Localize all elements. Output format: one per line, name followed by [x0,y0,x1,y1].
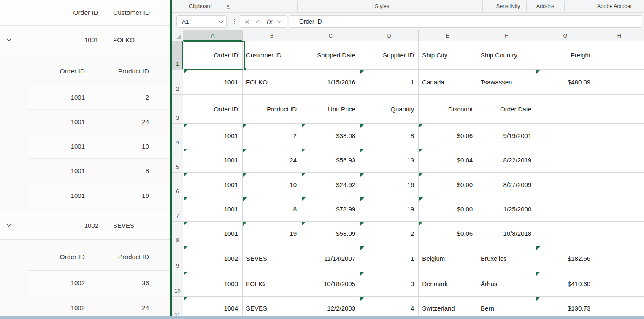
row-header-8[interactable]: 8 [172,222,183,246]
cell-G2[interactable]: $480.09 [536,70,595,94]
cell-B9[interactable]: SEVES [243,246,301,271]
cell-G11[interactable]: $130.73 [536,297,595,319]
select-all-corner[interactable] [172,30,183,41]
cell-A5[interactable]: 1001 [183,148,243,172]
cell-B7[interactable]: 8 [243,197,301,221]
cell-D2[interactable]: 1 [360,70,419,94]
cell-C2[interactable]: 1/15/2016 [301,70,360,94]
chevron-down-icon[interactable] [5,36,13,43]
child-header-order-id[interactable]: Order ID [29,57,85,85]
cell-H1[interactable] [595,41,644,69]
cell-H8[interactable] [595,222,644,246]
child-row[interactable]: 100119 [29,183,170,208]
cell-G5[interactable] [536,148,595,172]
cell-F10[interactable]: Århus [477,271,536,296]
cell-H10[interactable] [595,271,644,296]
row-header-2[interactable]: 2 [172,70,183,94]
cell-B4[interactable]: 2 [243,124,301,148]
chevron-down-icon[interactable] [219,18,223,23]
cell-B5[interactable]: 24 [243,148,301,172]
cell-E6[interactable]: $0.00 [419,173,477,197]
child-row[interactable]: 10018 [29,159,170,183]
cell-D10[interactable]: 3 [360,271,419,296]
row-header-6[interactable]: 6 [172,173,183,197]
cell-B10[interactable]: FOLIG [243,271,301,296]
cell-C1[interactable]: Shipped Date [301,41,360,69]
cell-B3[interactable]: Product ID [243,95,301,123]
cell-B11[interactable]: SEVES [243,297,301,319]
cell-F7[interactable]: 1/25/2000 [477,197,536,221]
cell-A6[interactable]: 1001 [183,173,243,197]
formula-bar-options-icon[interactable]: ⋮ [232,15,238,28]
cell-G1[interactable]: Freight [536,41,595,69]
cell-G9[interactable]: $182.56 [536,246,595,271]
cell-E11[interactable]: Switzerland [419,297,477,319]
cell-B1[interactable]: Customer ID [243,41,301,69]
child-row[interactable]: 10012 [29,85,170,110]
cell-E3[interactable]: Discount [419,95,477,123]
cell-C8[interactable]: $58.09 [301,222,360,246]
cell-C5[interactable]: $56.93 [301,148,360,172]
cell-A11[interactable]: 1004 [183,297,243,319]
cell-A3[interactable]: Order ID [183,95,243,123]
row-header-11[interactable]: 11 [172,297,183,319]
cell-F9[interactable]: Bruxelles [477,246,536,271]
cell-G4[interactable] [536,124,595,148]
column-header-D[interactable]: D [360,30,419,41]
cell-D4[interactable]: 8 [360,124,419,148]
cell-D6[interactable]: 16 [360,173,419,197]
cell-A1[interactable]: Order ID [183,41,243,69]
cell-D8[interactable]: 2 [360,222,419,246]
row-header-3[interactable]: 3 [172,95,183,123]
cell-F6[interactable]: 8/27/2009 [477,173,536,197]
cell-E9[interactable]: Belgium [419,246,477,271]
column-header-B[interactable]: B [243,30,301,41]
column-header-H[interactable]: H [595,30,644,41]
cell-A7[interactable]: 1001 [183,197,243,221]
cell-E10[interactable]: Denmark [419,271,477,296]
child-row[interactable]: 100124 [29,110,170,134]
cell-B2[interactable]: FOLKO [243,70,301,94]
row-header-5[interactable]: 5 [172,148,183,172]
cell-F2[interactable]: Tsawassen [477,70,536,94]
column-header-F[interactable]: F [477,30,536,41]
parent-grid-header-order-id[interactable]: Order ID [25,0,98,25]
cell-D3[interactable]: Quantity [360,95,419,123]
cell-H11[interactable] [595,297,644,319]
cell-G8[interactable] [536,222,595,246]
cell-H4[interactable] [595,124,644,148]
chevron-down-icon[interactable] [5,222,13,229]
child-header-order-id[interactable]: Order ID [29,243,85,270]
cell-F8[interactable]: 10/8/2018 [477,222,536,246]
cell-A9[interactable]: 1002 [183,246,243,271]
cell-H5[interactable] [595,148,644,172]
insert-function-button[interactable]: fx [266,18,272,26]
cell-H7[interactable] [595,197,644,221]
row-header-9[interactable]: 9 [172,246,183,271]
cell-G6[interactable] [536,173,595,197]
child-row[interactable]: 100224 [29,295,170,319]
child-row[interactable]: 100236 [29,271,170,295]
row-header-1[interactable]: 1 [172,41,183,69]
child-header-product-id[interactable]: Product ID [85,57,149,85]
chevron-down-icon[interactable] [277,18,281,23]
cell-C6[interactable]: $24.92 [301,173,360,197]
column-header-A[interactable]: A [183,30,243,41]
formula-bar-input[interactable]: Order ID [289,15,642,28]
cell-B8[interactable]: 19 [243,222,301,246]
parent-grid-header-customer-id[interactable]: Customer ID [113,0,150,25]
cell-B6[interactable]: 10 [243,173,301,197]
cell-C11[interactable]: 12/2/2003 [301,297,360,319]
cell-D5[interactable]: 13 [360,148,419,172]
cell-F4[interactable]: 9/19/2001 [477,124,536,148]
column-header-C[interactable]: C [301,30,360,41]
row-header-4[interactable]: 4 [172,124,183,148]
cell-E4[interactable]: $0.06 [419,124,477,148]
column-header-E[interactable]: E [419,30,477,41]
cell-F1[interactable]: Ship Country [477,41,536,69]
cell-F3[interactable]: Order Date [477,95,536,123]
cell-H3[interactable] [595,95,644,123]
cell-F11[interactable]: Bern [477,297,536,319]
parent-row-1002[interactable]: 1002SEVES [0,211,170,240]
parent-row-1001[interactable]: 1001FOLKO [0,26,170,54]
